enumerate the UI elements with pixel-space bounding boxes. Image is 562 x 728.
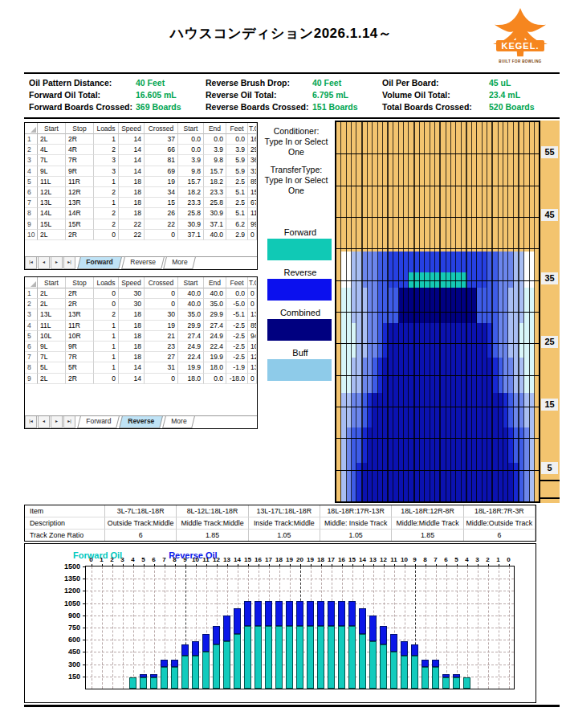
table-row[interactable]: 69L9R1182324.922.4-2.51035 — [25, 342, 257, 352]
table-cell[interactable]: 7R — [66, 155, 94, 166]
transfer-type-value[interactable]: Type In or Select One — [257, 175, 336, 196]
table-cell[interactable]: 990 — [248, 219, 257, 230]
table-cell[interactable]: 21 — [145, 331, 178, 342]
table-cell[interactable]: -1.9 — [226, 362, 248, 373]
table-cell[interactable]: 0 — [94, 288, 119, 299]
table-cell[interactable]: 3645 — [248, 155, 257, 166]
table-cell[interactable]: 18 — [119, 352, 145, 362]
table-cell[interactable]: 30 — [119, 299, 145, 309]
table-cell[interactable]: 15 — [145, 198, 178, 208]
table-cell[interactable]: 31 — [145, 362, 178, 373]
table-cell[interactable]: 23.3 — [204, 187, 226, 198]
table-cell[interactable]: 25.8 — [204, 198, 226, 208]
sheet-tab-reverse[interactable]: Reverse — [121, 257, 164, 269]
table-cell[interactable]: 14 — [119, 155, 145, 166]
table-cell[interactable]: -18.0 — [226, 374, 248, 384]
table-cell[interactable]: 11L — [38, 321, 66, 331]
table-cell[interactable]: 18 — [119, 331, 145, 342]
table-cell[interactable]: 18.2 — [204, 177, 226, 187]
table-cell[interactable]: 18 — [119, 208, 145, 219]
table-cell[interactable]: 2R — [66, 134, 94, 145]
table-row[interactable]: 12L2R114370.00.00.01665 — [25, 134, 257, 145]
table-cell[interactable]: 30.9 — [204, 208, 226, 219]
table-cell[interactable]: 14 — [119, 145, 145, 155]
table-cell[interactable]: 22.4 — [204, 342, 226, 352]
table-cell[interactable]: 0 — [145, 299, 178, 309]
table-cell[interactable]: 30.9 — [178, 219, 204, 230]
table-cell[interactable]: 9R — [66, 342, 94, 352]
table-cell[interactable]: 1215 — [248, 352, 257, 362]
table-cell[interactable]: 1035 — [248, 342, 257, 352]
table-cell[interactable]: 26 — [145, 208, 178, 219]
table-cell[interactable]: 15.7 — [178, 177, 204, 187]
table-cell[interactable]: 13L — [38, 309, 66, 320]
table-cell[interactable]: 0 — [94, 299, 119, 309]
table-cell[interactable]: 1 — [94, 342, 119, 352]
table-cell[interactable]: 2 — [94, 309, 119, 320]
table-cell[interactable]: 24.9 — [178, 342, 204, 352]
table-cell[interactable]: 2.5 — [226, 198, 248, 208]
table-cell[interactable]: 2 — [94, 187, 119, 198]
table-cell[interactable]: 15R — [66, 219, 94, 230]
table-cell[interactable]: -5.1 — [226, 309, 248, 320]
table-cell[interactable]: 14 — [119, 374, 145, 384]
sheet-tab-forward[interactable]: Forward — [77, 257, 121, 269]
table-cell[interactable]: 14 — [119, 134, 145, 145]
table-row[interactable]: 510L10R1182127.424.9-2.5945 — [25, 331, 257, 342]
table-cell[interactable]: 855 — [248, 321, 257, 331]
table-cell[interactable]: 14 — [119, 166, 145, 177]
table-cell[interactable]: 0 — [94, 374, 119, 384]
table-cell[interactable]: -2.5 — [226, 331, 248, 342]
table-cell[interactable]: 7R — [66, 352, 94, 362]
table-cell[interactable]: 2L — [38, 374, 66, 384]
table-cell[interactable]: 5.9 — [226, 155, 248, 166]
table-cell[interactable]: 0 — [94, 230, 119, 240]
table-cell[interactable]: 2L — [38, 134, 66, 145]
table-cell[interactable]: 6.2 — [226, 219, 248, 230]
table-cell[interactable]: 18 — [119, 198, 145, 208]
table-cell[interactable]: 9L — [38, 342, 66, 352]
tab-nav-prev-button[interactable]: ◂ — [38, 257, 50, 269]
table-cell[interactable]: 5.9 — [226, 166, 248, 177]
table-cell[interactable]: 2L — [38, 288, 66, 299]
table-cell[interactable]: 18.0 — [178, 374, 204, 384]
table-cell[interactable]: -5.0 — [226, 299, 248, 309]
table-cell[interactable]: 11R — [66, 177, 94, 187]
table-cell[interactable]: 29.9 — [178, 321, 204, 331]
tab-nav-next-button[interactable]: ▸ — [51, 257, 63, 269]
sheet-tab-more[interactable]: More — [163, 257, 196, 269]
table-cell[interactable]: 30 — [119, 288, 145, 299]
table-cell[interactable]: 2R — [66, 230, 94, 240]
table-row[interactable]: 85L5R1143119.918.0-1.91395 — [25, 362, 257, 373]
table-cell[interactable]: 3105 — [248, 166, 257, 177]
table-cell[interactable]: 5R — [66, 362, 94, 373]
table-cell[interactable]: 1 — [94, 177, 119, 187]
table-cell[interactable]: 37 — [145, 134, 178, 145]
table-row[interactable]: 411L11R1181929.927.4-2.5855 — [25, 321, 257, 331]
table-cell[interactable]: 7L — [38, 155, 66, 166]
table-cell[interactable]: 30 — [145, 309, 178, 320]
table-cell[interactable]: -2.5 — [226, 342, 248, 352]
table-cell[interactable]: 9R — [66, 166, 94, 177]
table-cell[interactable]: 2R — [66, 374, 94, 384]
table-cell[interactable]: 0 — [248, 299, 257, 309]
table-cell[interactable]: 1395 — [248, 362, 257, 373]
table-cell[interactable]: 855 — [248, 177, 257, 187]
table-row[interactable]: 37L7R314813.99.85.93645 — [25, 155, 257, 166]
table-cell[interactable]: 2.9 — [226, 230, 248, 240]
tab-nav-last-button[interactable]: ▸| — [63, 257, 75, 269]
table-row[interactable]: 49L9R314699.815.75.93105 — [25, 166, 257, 177]
table-row[interactable]: 713L13R1181523.325.82.5675 — [25, 198, 257, 208]
table-cell[interactable]: 66 — [145, 145, 178, 155]
table-cell[interactable]: 0.0 — [178, 145, 204, 155]
table-cell[interactable]: 10L — [38, 331, 66, 342]
table-cell[interactable]: 7L — [38, 352, 66, 362]
table-cell[interactable]: 2R — [66, 288, 94, 299]
table-cell[interactable]: 13R — [66, 198, 94, 208]
table-cell[interactable]: 0 — [145, 230, 178, 240]
table-cell[interactable]: 675 — [248, 198, 257, 208]
table-cell[interactable]: 0 — [248, 230, 257, 240]
table-row[interactable]: 612L12R2183418.223.35.11530 — [25, 187, 257, 198]
table-row[interactable]: 22L2R030040.035.0-5.00 — [25, 299, 257, 309]
tab-nav-prev-button[interactable]: ◂ — [38, 416, 50, 428]
